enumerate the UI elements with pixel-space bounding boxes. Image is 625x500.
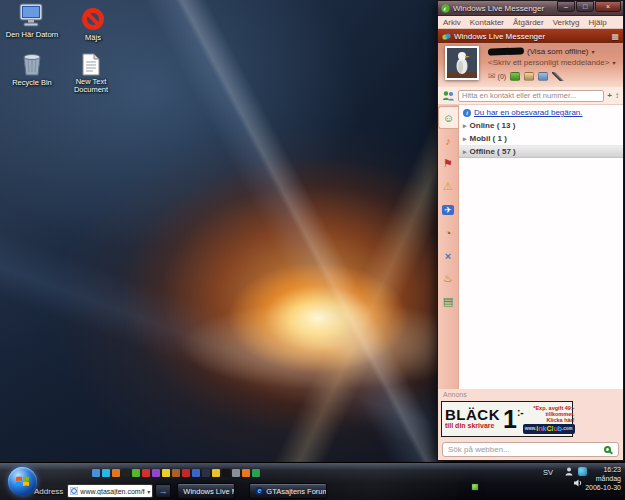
desktop-icon-label: New Text Document [64, 78, 118, 94]
menu-kontakter[interactable]: Kontakter [470, 18, 504, 27]
quick-launch-icon[interactable] [112, 469, 120, 477]
address-value: www.gtasajten.com/forum [80, 488, 145, 495]
desktop-icon-my-computer[interactable]: Den Här Datorn [5, 3, 59, 39]
find-contact-input[interactable] [458, 90, 604, 102]
expand-arrow-icon[interactable]: ▸ [463, 148, 467, 156]
quick-launch-icon[interactable] [252, 469, 260, 477]
address-toolbar-label: Address [34, 487, 63, 496]
clock-time: 16:23 [585, 465, 621, 474]
go-button[interactable]: → [155, 484, 171, 498]
menu-verktyg[interactable]: Verktyg [553, 18, 580, 27]
sidebar-tab-contacts[interactable]: ☺ [438, 106, 458, 129]
sidebar-tab-games[interactable]: ⚑ [438, 152, 458, 175]
quick-launch-icon[interactable] [242, 469, 250, 477]
group-online[interactable]: ▸ Online ( 13 ) [459, 119, 623, 132]
pending-request-row[interactable]: i Du har en obesvarad begäran. [459, 107, 623, 119]
search-icon[interactable] [604, 446, 611, 453]
redacted-username [488, 47, 524, 55]
maximize-button[interactable]: □ [576, 1, 594, 12]
spaces-icon[interactable] [510, 72, 520, 81]
menu-hjalp[interactable]: Hjälp [588, 18, 606, 27]
messenger-titlebar[interactable]: Windows Live Messenger – □ × [438, 1, 623, 16]
quick-launch-icon[interactable] [172, 469, 180, 477]
group-label: Offline ( 57 ) [470, 147, 516, 156]
minimize-button[interactable]: – [557, 1, 575, 12]
windows-flag-icon [16, 475, 29, 488]
clock-day: måndag [585, 474, 621, 483]
sidebar-tab-alerts[interactable]: ⚠ [438, 175, 458, 198]
desktop-icon-majs[interactable]: Mäjs [66, 6, 120, 42]
ad-price: 1 :- [503, 406, 524, 432]
chevron-down-icon[interactable]: ▾ [592, 48, 595, 55]
address-input[interactable]: www.gtasajten.com/forum ▾ [67, 484, 153, 498]
mail-count-badge: (0) [498, 73, 507, 80]
quick-launch-icon[interactable] [232, 469, 240, 477]
pending-request-link[interactable]: Du har en obesvarad begäran. [474, 108, 583, 117]
ad-cta: Klicka här! [546, 417, 574, 423]
personal-message[interactable]: <Skriv ett personligt meddelande> [488, 58, 609, 67]
desktop-icon-label: Den Här Datorn [6, 31, 59, 39]
quick-launch-icon[interactable] [122, 469, 130, 477]
messenger-window: Windows Live Messenger – □ × Arkiv Konta… [437, 0, 624, 461]
display-name-row[interactable]: (Visa som offline) ▾ [488, 46, 623, 57]
sharing-folders-icon[interactable] [538, 72, 548, 81]
messenger-logo-icon [442, 32, 451, 41]
photos-icon[interactable] [524, 72, 534, 81]
avatar[interactable] [445, 46, 479, 80]
taskbar-button-messenger[interactable]: Windows Live Mess... [177, 483, 235, 499]
quick-launch-icon[interactable] [182, 469, 190, 477]
expand-arrow-icon[interactable]: ▸ [463, 135, 467, 143]
sidebar-tab-travel[interactable]: ✈ [438, 198, 458, 221]
taskbar-button-browser[interactable]: e GTAsajtens Forum -... [249, 483, 327, 499]
quick-launch-icon[interactable] [222, 469, 230, 477]
ie-page-icon [70, 487, 78, 495]
group-offline[interactable]: ▸ Offline ( 57 ) [459, 145, 623, 158]
sort-contacts-icon[interactable]: ↕ [615, 91, 619, 101]
quick-launch-icon[interactable] [102, 469, 110, 477]
dropdown-icon[interactable]: ▾ [147, 488, 150, 495]
sidebar-tab-fun[interactable]: × [438, 244, 458, 267]
quick-launch-icon[interactable] [142, 469, 150, 477]
sidebar-tab-time[interactable]: ◔ [438, 221, 458, 244]
web-search-input[interactable] [448, 445, 600, 454]
quick-launch-icon[interactable] [162, 469, 170, 477]
menu-arkiv[interactable]: Arkiv [443, 18, 461, 27]
clock[interactable]: 16:23 måndag 2006-10-30 [585, 465, 621, 492]
sidebar-tab-offers[interactable]: ♨ [438, 267, 458, 290]
quick-launch-icon[interactable] [212, 469, 220, 477]
window-title: Windows Live Messenger [453, 4, 557, 13]
status-selector[interactable]: (Visa som offline) [527, 47, 589, 56]
messenger-header: Windows Live Messenger ▦ [438, 29, 623, 43]
volume-icon[interactable] [574, 479, 583, 487]
close-button[interactable]: × [595, 1, 621, 12]
desktop-icon-recycle-bin[interactable]: Recycle Bin [5, 52, 59, 87]
chevron-down-icon[interactable]: ▾ [612, 59, 615, 66]
expand-arrow-icon[interactable]: ▸ [463, 122, 467, 130]
mail-icon[interactable]: ✉ [488, 71, 496, 81]
layout-grid-icon[interactable]: ▦ [611, 32, 619, 41]
user-tray-icon[interactable] [565, 467, 573, 476]
contacts-icon [442, 90, 455, 102]
quick-launch-icon[interactable] [192, 469, 200, 477]
group-mobil[interactable]: ▸ Mobil ( 1 ) [459, 132, 623, 145]
add-contact-icon[interactable]: + [607, 91, 612, 101]
system-tray: SV 16:23 måndag 2006-10-30 [530, 463, 625, 500]
quick-launch-icon[interactable] [92, 469, 100, 477]
quick-launch-icon[interactable] [152, 469, 160, 477]
menu-atgarder[interactable]: Åtgärder [513, 18, 544, 27]
sidebar-tab-music[interactable]: ♪ [438, 129, 458, 152]
quick-launch-icon[interactable] [132, 469, 140, 477]
quick-launch-icon[interactable] [202, 469, 210, 477]
group-label: Mobil ( 1 ) [470, 134, 507, 143]
ad-headline: BLÄCK [445, 408, 500, 422]
language-indicator[interactable]: SV [543, 468, 553, 477]
personal-message-row[interactable]: <Skriv ett personligt meddelande> ▾ [488, 57, 623, 68]
group-label: Online ( 13 ) [470, 121, 516, 130]
start-button[interactable] [8, 467, 37, 496]
sidebar-tab-finance[interactable]: ▤ [438, 290, 458, 313]
ad-brand-logo: www. inkClub .com [523, 424, 575, 434]
pen-icon[interactable] [552, 72, 564, 81]
ad-banner[interactable]: BLÄCK till din skrivare 1 :- *Exp. avgif… [441, 401, 573, 437]
ad-label: Annons [438, 389, 623, 401]
desktop-icon-new-text-document[interactable]: New Text Document [64, 53, 118, 94]
